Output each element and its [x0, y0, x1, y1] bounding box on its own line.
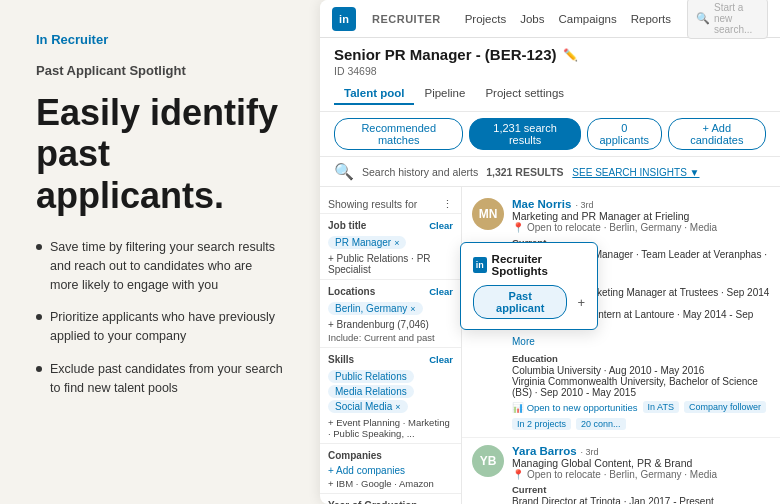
nav-jobs[interactable]: Jobs — [520, 13, 544, 25]
location-more[interactable]: + Brandenburg (7,046) — [328, 319, 453, 330]
education-text-1: Columbia University · Aug 2010 - May 201… — [512, 365, 770, 398]
bullet-dot — [36, 366, 42, 372]
avatar-1: MN — [472, 198, 504, 230]
candidate-info-2: Yara Barros · 3rd Managing Global Conten… — [512, 445, 770, 504]
bullet-dot — [36, 244, 42, 250]
search-icon: 🔍 — [696, 12, 710, 25]
skills-filter: Skills Clear Public Relations Media Rela… — [320, 347, 461, 443]
candidate-name-1[interactable]: Mae Norris — [512, 198, 571, 210]
nav-projects[interactable]: Projects — [465, 13, 507, 25]
spotlight-title: Recruiter Spotlights — [492, 253, 585, 277]
spotlight-actions: Past applicant + — [473, 285, 585, 319]
job-title-more[interactable]: + Public Relations · PR Specialist — [328, 253, 453, 275]
locations-text: Locations — [328, 286, 375, 297]
spotlight-popup: in Recruiter Spotlights Past applicant + — [460, 242, 598, 330]
graduation-filter: Year of Graduation + Add graduation year… — [320, 493, 461, 504]
job-title-filter: Job title Clear PR Manager × + Public Re… — [320, 213, 461, 279]
degree-badge-1: · 3rd — [575, 200, 593, 210]
see-insights-link[interactable]: SEE SEARCH INSIGHTS ▼ — [572, 167, 699, 178]
job-title-tag-pr-manager[interactable]: PR Manager × — [328, 236, 406, 249]
in-recruiter-link[interactable]: In Recruiter — [36, 32, 284, 47]
showing-label: Showing results for — [328, 198, 417, 210]
main-content: Showing results for ⋮ Job title Clear PR… — [320, 187, 780, 504]
showing-options-icon[interactable]: ⋮ — [442, 198, 453, 210]
insight-follower-1: Company follower — [684, 401, 766, 413]
applicants-button[interactable]: 0 applicants — [587, 118, 662, 150]
insight-projects-1: In 2 projects — [512, 418, 571, 430]
candidate-card-2: YB Yara Barros · 3rd Managing Global Con… — [462, 438, 780, 504]
candidate-location-1: 📍 Open to relocate · Berlin, Germany · M… — [512, 222, 770, 233]
more-link-1[interactable]: More — [512, 336, 535, 347]
add-candidates-button[interactable]: + Add candidates — [668, 118, 766, 150]
skill-tag-social[interactable]: Social Media × — [328, 400, 408, 413]
skill-tag-media[interactable]: Media Relations — [328, 385, 414, 398]
skill-tag-pr[interactable]: Public Relations — [328, 370, 414, 383]
bullet-item: Save time by filtering your search resul… — [36, 238, 284, 294]
search-results-button[interactable]: 1,231 search results — [469, 118, 580, 150]
education-label-1: Education — [512, 353, 770, 364]
location-tag-berlin[interactable]: Berlin, Germany × — [328, 302, 423, 315]
location-include: Include: Current and past — [328, 332, 453, 343]
graduation-label: Year of Graduation — [328, 500, 453, 504]
tab-talent-pool[interactable]: Talent pool — [334, 83, 414, 105]
companies-text: Companies — [328, 450, 382, 461]
bullet-item: Exclude past candidates from your search… — [36, 360, 284, 398]
recommended-matches-button[interactable]: Recommended matches — [334, 118, 463, 150]
insights-row-1: 📊 Open to new opportunities In ATS Compa… — [512, 401, 770, 430]
candidate-name-2[interactable]: Yara Barros — [512, 445, 577, 457]
insight-open-1[interactable]: 📊 Open to new opportunities — [512, 402, 638, 413]
candidate-title-2: Managing Global Content, PR & Brand — [512, 457, 770, 469]
companies-label: Companies — [328, 450, 453, 461]
left-panel: In Recruiter Past Applicant Spotlight Ea… — [0, 0, 320, 504]
big-headline: Easily identify past applicants. — [36, 92, 284, 216]
filter-bar: 🔍 Search history and alerts 1,321 RESULT… — [320, 157, 780, 187]
job-tabs: Talent pool Pipeline Project settings — [334, 83, 766, 105]
nav-campaigns[interactable]: Campaigns — [559, 13, 617, 25]
tab-project-settings[interactable]: Project settings — [475, 83, 574, 105]
locations-label: Locations Clear — [328, 286, 453, 297]
spotlight-label: Past Applicant Spotlight — [36, 63, 284, 78]
companies-filter: Companies + Add companies + IBM · Google… — [320, 443, 461, 493]
right-panel: in RECRUITER Projects Jobs Campaigns Rep… — [320, 0, 780, 504]
skills-label: Skills Clear — [328, 354, 453, 365]
job-id: ID 34698 — [334, 65, 766, 77]
location-icon-1: 📍 — [512, 222, 524, 233]
job-title-text: Job title — [328, 220, 366, 231]
results-count: 1,321 RESULTS — [486, 166, 563, 178]
spotlight-plus-icon[interactable]: + — [577, 295, 585, 310]
job-title: Senior PR Manager - (BER-123) — [334, 46, 557, 63]
nav-reports[interactable]: Reports — [631, 13, 671, 25]
search-placeholder: Start a new search... — [714, 2, 759, 35]
bullet-item: Prioritize applicants who have previousl… — [36, 308, 284, 346]
edit-icon[interactable]: ✏️ — [563, 48, 578, 62]
skills-text: Skills — [328, 354, 354, 365]
results-info: 1,321 RESULTS SEE SEARCH INSIGHTS ▼ — [486, 166, 766, 178]
locations-clear[interactable]: Clear — [429, 286, 453, 297]
companies-add[interactable]: + Add companies — [328, 465, 453, 476]
recruiter-badge: RECRUITER — [372, 13, 441, 25]
candidate-title-1: Marketing and PR Manager at Frieling — [512, 210, 770, 222]
past-applicant-button[interactable]: Past applicant — [473, 285, 567, 319]
degree-badge-2: · 3rd — [581, 447, 599, 457]
candidates-list: MN Mae Norris · 3rd Marketing and PR Man… — [462, 187, 780, 504]
search-history-icon: 🔍 — [334, 162, 354, 181]
nav-search-bar[interactable]: 🔍 Start a new search... — [687, 0, 768, 39]
job-title-clear[interactable]: Clear — [429, 220, 453, 231]
locations-filter: Locations Clear Berlin, Germany × + Bran… — [320, 279, 461, 347]
skills-clear[interactable]: Clear — [429, 354, 453, 365]
bullet-text: Exclude past candidates from your search… — [50, 360, 284, 398]
companies-more[interactable]: + IBM · Google · Amazon — [328, 478, 453, 489]
current-text-2: Brand Director at Trinota · Jan 2017 - P… — [512, 496, 770, 504]
location-icon-2: 📍 — [512, 469, 524, 480]
recruiter-nav: in RECRUITER Projects Jobs Campaigns Rep… — [320, 0, 780, 38]
tab-pipeline[interactable]: Pipeline — [414, 83, 475, 105]
showing-results-row: Showing results for ⋮ — [320, 195, 461, 213]
job-header: Senior PR Manager - (BER-123) ✏️ ID 3469… — [320, 38, 780, 112]
job-title-row: Senior PR Manager - (BER-123) ✏️ — [334, 46, 766, 63]
li-logo: in — [332, 7, 356, 31]
graduation-text: Year of Graduation — [328, 500, 417, 504]
bullet-text: Prioritize applicants who have previousl… — [50, 308, 284, 346]
skills-more[interactable]: + Event Planning · Marketing · Public Sp… — [328, 417, 453, 439]
spotlight-li-icon: in — [473, 257, 487, 273]
spotlight-popup-header: in Recruiter Spotlights — [473, 253, 585, 277]
